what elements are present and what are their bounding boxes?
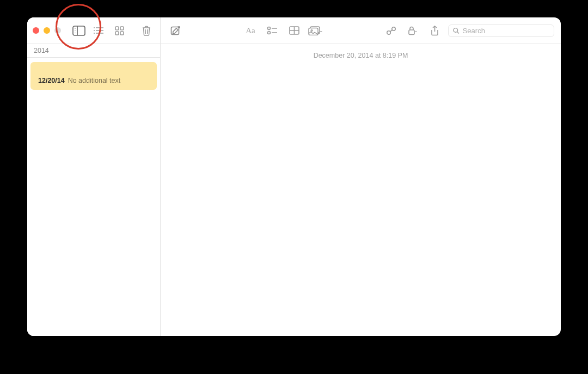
- svg-rect-12: [120, 27, 124, 30]
- sidebar-toolbar: [27, 17, 160, 44]
- text-format-icon: Aa: [246, 26, 255, 35]
- compose-icon: [170, 26, 181, 36]
- note-list-item[interactable]: 12/20/14 No additional text: [30, 62, 157, 90]
- link-button[interactable]: [383, 22, 399, 39]
- note-editor[interactable]: December 20, 2014 at 8:19 PM: [161, 44, 561, 336]
- section-label: 2014: [34, 47, 49, 54]
- svg-rect-13: [115, 32, 119, 35]
- note-timestamp: December 20, 2014 at 8:19 PM: [173, 52, 549, 59]
- format-toolbar-group: Aa: [242, 22, 324, 39]
- svg-point-4: [75, 32, 75, 33]
- chevron-down-icon: ⌄: [414, 28, 418, 33]
- svg-rect-14: [120, 32, 124, 35]
- search-input[interactable]: [463, 27, 549, 35]
- lock-button[interactable]: ⌄: [405, 22, 421, 39]
- svg-point-10: [94, 33, 95, 34]
- list-view-button[interactable]: [90, 22, 107, 39]
- table-button[interactable]: [286, 22, 302, 39]
- list-view-icon: [94, 27, 103, 34]
- svg-rect-11: [115, 27, 119, 30]
- window-controls: [33, 27, 61, 34]
- format-button[interactable]: Aa: [242, 22, 259, 39]
- trash-icon: [142, 26, 151, 36]
- minimize-window-button[interactable]: [44, 27, 50, 34]
- svg-rect-0: [73, 26, 85, 35]
- svg-line-31: [390, 29, 392, 31]
- share-button[interactable]: [426, 22, 443, 39]
- sidebar-icon: [72, 26, 85, 36]
- editor-toolbar: Aa: [161, 17, 561, 44]
- table-icon: [289, 26, 299, 35]
- notes-list: 12/20/14 No additional text: [27, 58, 160, 336]
- search-field[interactable]: [448, 24, 554, 37]
- close-window-button[interactable]: [33, 27, 39, 34]
- search-icon: [453, 27, 460, 34]
- checklist-icon: [267, 26, 277, 35]
- media-button[interactable]: ⌄: [308, 22, 324, 39]
- checklist-button[interactable]: [264, 22, 280, 39]
- svg-point-18: [268, 27, 271, 30]
- section-header: 2014: [27, 44, 160, 58]
- action-toolbar-group: ⌄: [383, 22, 443, 39]
- link-icon: [386, 26, 396, 35]
- svg-point-33: [454, 28, 458, 32]
- svg-point-8: [94, 27, 95, 28]
- svg-point-2: [75, 28, 75, 28]
- delete-button[interactable]: [138, 22, 155, 39]
- note-meta: 12/20/14 No additional text: [38, 77, 149, 84]
- content-pane: Aa: [161, 17, 561, 336]
- gallery-view-button[interactable]: [111, 22, 127, 39]
- svg-point-3: [75, 30, 75, 30]
- new-note-button[interactable]: [167, 22, 183, 39]
- grid-icon: [115, 26, 124, 35]
- note-date: 12/20/14: [38, 77, 65, 84]
- maximize-window-button[interactable]: [54, 27, 61, 34]
- sidebar: 2014 12/20/14 No additional text: [27, 17, 161, 336]
- svg-point-20: [268, 32, 271, 34]
- note-preview: No additional text: [68, 77, 121, 84]
- chevron-down-icon: ⌄: [319, 28, 323, 33]
- share-icon: [431, 26, 439, 36]
- photo-icon: [308, 26, 320, 35]
- svg-line-34: [457, 32, 459, 33]
- svg-point-9: [94, 30, 95, 31]
- note-title: [38, 68, 149, 74]
- toggle-sidebar-button[interactable]: [71, 22, 87, 39]
- notes-window: 2014 12/20/14 No additional text: [27, 17, 561, 336]
